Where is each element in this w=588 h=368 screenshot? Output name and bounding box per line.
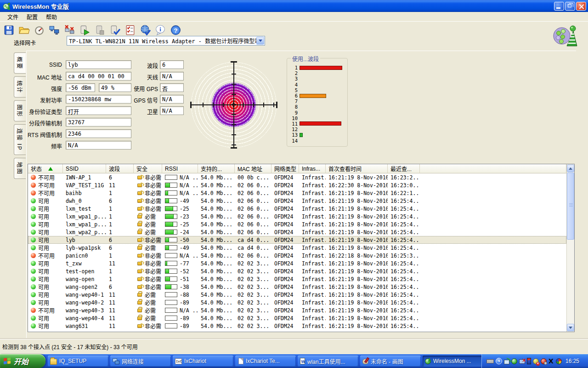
chevron-down-icon[interactable]	[256, 37, 264, 45]
rssi-bar-icon	[165, 175, 177, 180]
channel-usage-bar	[300, 121, 341, 126]
title-bar[interactable]: WirelessMon 专业版	[0, 0, 588, 12]
table-row[interactable]: 不可用VAP_TEST_11G11非必需N/A ...54.0 Mb...02 …	[28, 181, 566, 189]
vertical-scrollbar[interactable]	[566, 164, 574, 332]
log-check-button[interactable]	[108, 23, 122, 37]
first-seen-cell: 16:21:19 8-Nov-2010	[326, 259, 388, 267]
minimize-button[interactable]	[554, 2, 564, 11]
rssi-value: -25	[180, 221, 189, 228]
checklist-button[interactable]	[123, 23, 137, 37]
taskbar: 开始 IQ_SETUP网络连接IxChariotIxChariot Te...w…	[0, 354, 588, 368]
rssi-bar-icon	[165, 261, 177, 266]
column-header-7[interactable]: MAC 地址	[235, 164, 271, 173]
security-text: 非必需	[145, 197, 161, 205]
rates-cell: 54.0 Mb...	[198, 306, 235, 314]
taskbar-button-WirelessMon ...[interactable]: WirelessMon ...	[423, 356, 483, 367]
table-row[interactable]: 可用wang-wep40-211必需-8954.0 Mb...02 02 3..…	[28, 299, 566, 306]
web-globe-button[interactable]	[138, 23, 152, 37]
column-header-3[interactable]: 波段	[106, 164, 134, 173]
shield-icon[interactable]	[556, 358, 562, 364]
taskbar-button-网络连接[interactable]: 网络连接	[110, 356, 171, 367]
channel-cell: 6	[106, 283, 134, 291]
column-header-9[interactable]: Infras...	[299, 164, 326, 173]
security-text: 必需	[145, 306, 156, 314]
network-type-cell: OFDM24	[271, 213, 299, 220]
adapter-combobox[interactable]: TP-LINK TL-WN821N 11N Wireless Adapter -…	[67, 36, 265, 46]
table-row[interactable]: 不可用IWN-AP_16非必需N/A ...54.0 Mb...00 0b c.…	[28, 173, 566, 181]
infrastructure-cell: Infrast...	[299, 244, 326, 252]
about-info-button[interactable]: i	[153, 23, 167, 37]
menu-item-配置[interactable]: 配置	[23, 12, 41, 22]
stop-log-button[interactable]	[93, 23, 107, 37]
taskbar-button-IxChariot[interactable]: IxChariot	[173, 356, 233, 367]
field-label: 卫星	[147, 108, 158, 115]
start-log-button[interactable]	[78, 23, 91, 37]
table-row[interactable]: 可用wang-open1非必需-5154.0 Mb...02 02 3...OF…	[28, 275, 566, 283]
table-row[interactable]: 可用wang-wep40-111必需-8854.0 Mb...02 02 3..…	[28, 291, 566, 299]
column-header-10[interactable]: 首次查看时间	[326, 164, 388, 173]
table-row[interactable]: 可用wang-open26非必需-3854.0 Mb...02 02 3...O…	[28, 283, 566, 291]
wireless-signal-icon[interactable]	[504, 360, 509, 364]
table-row[interactable]: 可用t_zxw11非必需-7754.0 Mb...02 02 3...OFDM2…	[28, 259, 566, 267]
wirelessmon-tray-icon[interactable]	[511, 358, 517, 364]
status-text: 可用	[38, 314, 49, 322]
column-header-4[interactable]: 安全	[134, 164, 162, 173]
scroll-down-button[interactable]	[567, 324, 574, 331]
network-type-cell: OFDM24	[271, 197, 299, 205]
gauge-button[interactable]	[32, 23, 46, 37]
locked-icon	[137, 246, 142, 250]
table-row[interactable]: 不可用baihb1非必需N/A ...54.0 Mb...02 06 0...O…	[28, 189, 566, 197]
column-header-11[interactable]: 最近查...	[388, 164, 420, 173]
table-row[interactable]: 可用test-open1非必需-5254.0 Mb...02 02 3...OF…	[28, 267, 566, 275]
channel-cell: 1	[106, 252, 134, 259]
battery-icon[interactable]	[527, 358, 531, 364]
keyboard-icon[interactable]	[486, 359, 494, 363]
rssi-value: -89	[180, 323, 189, 329]
infrastructure-cell: Infrast...	[299, 267, 326, 275]
mac-cell: 02 02 3...	[235, 283, 271, 291]
column-header-8[interactable]: 网络类型	[271, 164, 299, 173]
start-button[interactable]: 开始	[0, 354, 45, 368]
column-header-5[interactable]: RSSI	[162, 164, 198, 173]
help-button[interactable]: ?	[169, 23, 182, 37]
table-row[interactable]: 可用lxm_wpa2_p...1必需-2454.0 Mb...02 06 0..…	[28, 228, 566, 236]
network-error-icon[interactable]	[519, 359, 525, 364]
open-folder-button[interactable]	[17, 23, 31, 37]
locked-icon	[137, 309, 142, 312]
column-header-1[interactable]: 状态	[28, 164, 63, 173]
collapse-chevron-icon[interactable]	[496, 358, 502, 364]
tab-地图[interactable]: 地图	[14, 158, 26, 179]
close-button[interactable]	[576, 2, 586, 11]
column-header-6[interactable]: 支持的...	[198, 164, 235, 173]
table-row[interactable]: 不可用panicn01非必需N/A ...54.0 Mb...02 06 0..…	[28, 252, 566, 259]
table-row[interactable]: 不可用wang-wep40-311必需N/A ...54.0 Mb...02 0…	[28, 306, 566, 314]
restore-button[interactable]	[565, 2, 575, 11]
disconnect-network-button[interactable]	[62, 23, 76, 37]
close-x-icon[interactable]	[548, 358, 554, 365]
scroll-up-button[interactable]	[567, 165, 574, 172]
taskbar-button-wlan工具使用...[interactable]: wlan工具使用...	[298, 356, 358, 367]
connect-network-button[interactable]	[47, 23, 61, 37]
table-row[interactable]: 可用lxm_wpa1_p...1必需-2554.0 Mb...02 06 0..…	[28, 220, 566, 228]
table-row[interactable]: 可用dwh_06非必需-4954.0 Mb...02 06 0...OFDM24…	[28, 197, 566, 205]
table-row[interactable]: 可用lyb-wpa1psk6必需-4954.0 Mb...ca d4 0...O…	[28, 244, 566, 252]
unlocked-icon	[137, 254, 142, 258]
save-button[interactable]	[2, 23, 16, 37]
rssi-bar-icon	[165, 316, 177, 321]
first-seen-cell: 16:22:18 8-Nov-2010	[326, 252, 388, 259]
table-row[interactable]: 可用lyb6非必需-5054.0 Mb...ca d4 0...OFDM24In…	[28, 236, 566, 244]
column-header-2[interactable]: SSID	[63, 164, 106, 173]
scrollbar-thumb[interactable]	[567, 172, 574, 240]
table-row[interactable]: 可用lxm_test1非必需-2554.0 Mb...02 06 0...OFD…	[28, 205, 566, 213]
taskbar-button-未命名 - 画图[interactable]: 未命名 - 画图	[360, 356, 421, 367]
table-row[interactable]: 可用wang63111非必需-8954.0 Mb...02 02 3...OFD…	[28, 322, 566, 330]
menu-item-帮助[interactable]: 帮助	[42, 12, 61, 22]
scan-disabled-icon[interactable]	[533, 358, 539, 364]
status-error-icon[interactable]	[541, 358, 547, 364]
taskbar-button-IQ_SETUP[interactable]: IQ_SETUP	[48, 356, 108, 367]
menu-item-文件[interactable]: 文件	[4, 12, 22, 22]
taskbar-button-IxChariot Te...[interactable]: IxChariot Te...	[235, 356, 296, 367]
table-row[interactable]: 可用lxm_wpa1_p...1必需-2354.0 Mb...02 06 0..…	[28, 213, 566, 220]
first-seen-cell: 16:21:19 8-Nov-2010	[326, 228, 388, 236]
table-row[interactable]: 可用wang-wep40-411必需-8954.0 Mb...02 02 3..…	[28, 314, 566, 322]
